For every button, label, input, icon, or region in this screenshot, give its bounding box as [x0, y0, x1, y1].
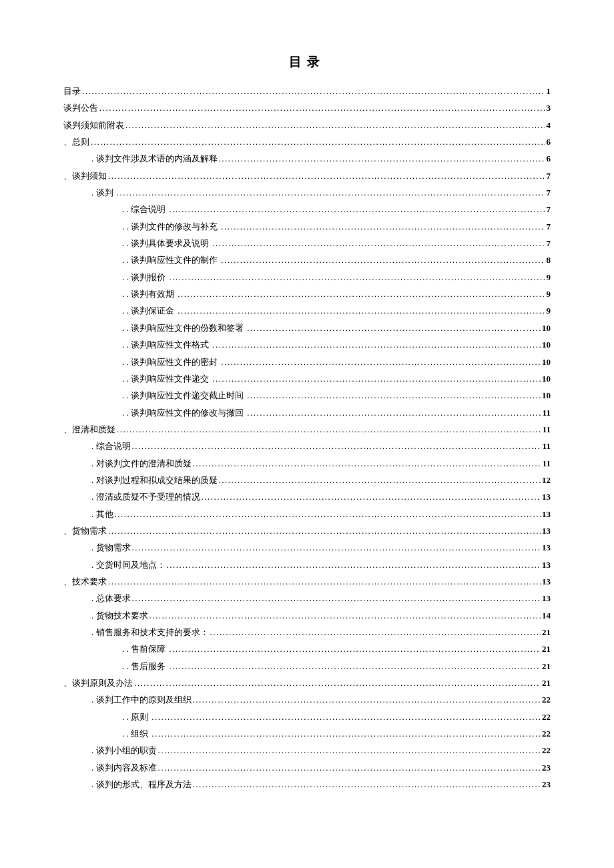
toc-leader-dots — [108, 522, 541, 539]
toc-entry-page: 13 — [542, 573, 551, 590]
toc-entry-page: 11 — [543, 455, 551, 472]
toc-leader-dots — [149, 607, 541, 624]
toc-entry[interactable]: 谈判有效期9 — [63, 286, 551, 302]
toc-entry[interactable]: 谈判文件涉及术语的内涵及解释6 — [63, 150, 551, 167]
toc-entry-label: 交货时间及地点： — [91, 556, 166, 573]
toc-entry-page: 13 — [542, 506, 551, 522]
toc-entry-page: 11 — [543, 438, 551, 454]
toc-entry[interactable]: 售前保障21 — [63, 640, 551, 657]
toc-entry[interactable]: 货物技术要求14 — [63, 607, 551, 624]
toc-entry[interactable]: 货物需求13 — [63, 522, 551, 539]
toc-entry-page: 7 — [547, 184, 551, 201]
toc-entry[interactable]: 交货时间及地点：13 — [63, 556, 551, 573]
toc-entry[interactable]: 谈判具体要求及说明7 — [63, 235, 551, 252]
toc-entry-page: 10 — [542, 387, 551, 404]
toc-leader-dots — [99, 99, 545, 116]
toc-entry[interactable]: 谈判公告3 — [63, 99, 551, 116]
toc-entry[interactable]: 谈判响应性文件递交10 — [63, 370, 551, 387]
toc-entry-page: 10 — [542, 370, 551, 387]
toc-entry[interactable]: 谈判须知前附表4 — [63, 117, 551, 133]
toc-entry-label: 组织 — [122, 725, 150, 742]
toc-entry-label: 谈判具体要求及说明 — [122, 235, 211, 252]
toc-entry[interactable]: 谈判须知7 — [63, 167, 551, 184]
toc-entry[interactable]: 目录1 — [63, 83, 551, 99]
toc-entry-label: 谈判内容及标准 — [91, 759, 157, 776]
toc-leader-dots — [151, 725, 541, 742]
toc-entry[interactable]: 组织22 — [63, 725, 551, 742]
toc-entry[interactable]: 澄清或质疑不予受理的情况13 — [63, 488, 551, 505]
toc-leader-dots — [212, 336, 541, 353]
toc-entry[interactable]: 谈判工作中的原则及组织22 — [63, 691, 551, 708]
toc-entry[interactable]: 谈判内容及标准23 — [63, 759, 551, 776]
toc-entry-page: 14 — [542, 607, 551, 624]
toc-entry[interactable]: 对谈判文件的澄清和质疑11 — [63, 455, 551, 472]
toc-entry[interactable]: 综合说明11 — [63, 438, 551, 454]
toc-entry[interactable]: 总则6 — [63, 133, 551, 150]
toc-entry[interactable]: 销售服务和技术支持的要求：21 — [63, 624, 551, 640]
toc-entry[interactable]: 谈判响应性文件的密封10 — [63, 354, 551, 370]
toc-leader-dots — [221, 354, 541, 370]
toc-entry-page: 3 — [547, 99, 551, 116]
toc-leader-dots — [219, 150, 545, 167]
toc-leader-dots — [158, 742, 541, 759]
toc-entry-label: 谈判响应性文件的制作 — [122, 252, 220, 268]
toc-leader-dots — [117, 184, 545, 201]
toc-entry[interactable]: 澄清和质疑11 — [63, 421, 551, 438]
toc-entry[interactable]: 货物需求13 — [63, 539, 551, 556]
toc-leader-dots — [247, 387, 541, 404]
toc-entry[interactable]: 总体要求13 — [63, 590, 551, 606]
toc-entry-page: 1 — [547, 83, 551, 99]
toc-entry[interactable]: 谈判报价9 — [63, 269, 551, 286]
toc-entry-label: 对谈判过程和拟成交结果的质疑 — [91, 472, 218, 488]
toc-leader-dots — [178, 302, 545, 319]
toc-entry[interactable]: 谈判响应性文件的制作8 — [63, 252, 551, 268]
toc-entry[interactable]: 谈判保证金9 — [63, 302, 551, 319]
toc-entry[interactable]: 技术要求13 — [63, 573, 551, 590]
toc-entry[interactable]: 谈判原则及办法21 — [63, 675, 551, 691]
toc-entry-page: 10 — [542, 336, 551, 353]
toc-entry[interactable]: 谈判的形式、程序及方法23 — [63, 776, 551, 793]
toc-entry[interactable]: 谈判小组的职责22 — [63, 742, 551, 759]
toc-entry-page: 21 — [542, 675, 551, 691]
toc-entry-label: 谈判有效期 — [122, 286, 176, 302]
toc-leader-dots — [221, 218, 545, 235]
toc-entry[interactable]: 谈判响应性文件递交截止时间10 — [63, 387, 551, 404]
toc-entry-label: 谈判响应性文件的份数和签署 — [122, 320, 246, 336]
toc-leader-dots — [169, 640, 541, 657]
toc-entry-label: 销售服务和技术支持的要求： — [91, 624, 209, 640]
toc-entry-page: 22 — [542, 709, 551, 725]
toc-leader-dots — [247, 404, 541, 421]
toc-entry-page: 9 — [547, 269, 551, 286]
toc-leader-dots — [167, 556, 541, 573]
toc-entry[interactable]: 其他13 — [63, 506, 551, 522]
toc-entry-label: 谈判响应性文件的修改与撤回 — [122, 404, 246, 421]
toc-entry-label: 谈判的形式、程序及方法 — [91, 776, 192, 793]
toc-entry-page: 23 — [542, 759, 551, 776]
toc-entry[interactable]: 谈判文件的修改与补充7 — [63, 218, 551, 235]
toc-entry[interactable]: 谈判响应性文件的修改与撤回11 — [63, 404, 551, 421]
toc-entry-label: 谈判小组的职责 — [91, 742, 157, 759]
toc-entry-page: 13 — [542, 539, 551, 556]
toc-leader-dots — [158, 759, 541, 776]
toc-entry[interactable]: 谈判7 — [63, 184, 551, 201]
toc-entry-page: 8 — [547, 252, 551, 268]
toc-entry-page: 7 — [547, 201, 551, 218]
toc-entry-page: 7 — [547, 218, 551, 235]
toc-entry-page: 10 — [542, 354, 551, 370]
toc-entry-page: 12 — [542, 472, 551, 488]
toc-entry-label: 谈判公告 — [63, 99, 98, 116]
toc-leader-dots — [178, 286, 545, 302]
toc-entry[interactable]: 谈判响应性文件格式10 — [63, 336, 551, 353]
toc-entry[interactable]: 售后服务21 — [63, 658, 551, 675]
toc-entry-page: 22 — [542, 742, 551, 759]
toc-entry-label: 谈判工作中的原则及组织 — [91, 691, 192, 708]
toc-entry-page: 11 — [543, 421, 551, 438]
toc-title: 目录 — [63, 53, 551, 71]
toc-entry-label: 谈判响应性文件的密封 — [122, 354, 220, 370]
toc-entry[interactable]: 综合说明7 — [63, 201, 551, 218]
toc-entry[interactable]: 原则22 — [63, 709, 551, 725]
toc-entry-page: 6 — [547, 150, 551, 167]
toc-leader-dots — [108, 573, 541, 590]
toc-entry[interactable]: 谈判响应性文件的份数和签署10 — [63, 320, 551, 336]
toc-entry[interactable]: 对谈判过程和拟成交结果的质疑12 — [63, 472, 551, 488]
